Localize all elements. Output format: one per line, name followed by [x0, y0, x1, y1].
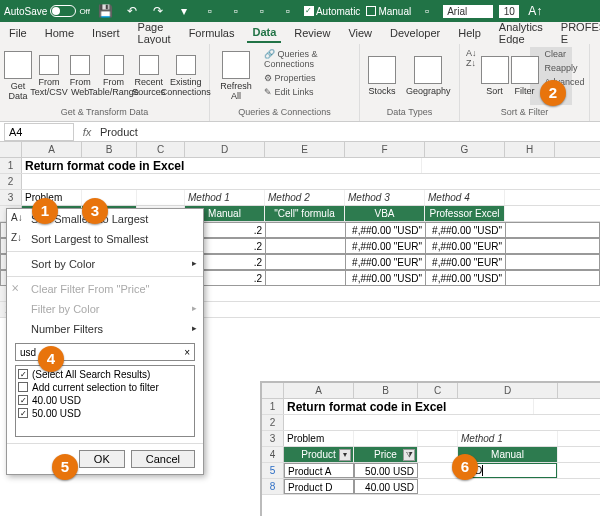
callout-badge-1: 1 [32, 198, 58, 224]
number-filters-item[interactable]: Number Filters▸ [7, 319, 203, 339]
ribbon-tabs: File Home Insert Page Layout Formulas Da… [0, 22, 600, 44]
tab-review[interactable]: Review [289, 24, 335, 42]
cell[interactable]: #,##0.00 "EUR" [346, 239, 426, 253]
col-header[interactable]: D [458, 383, 558, 398]
cell[interactable]: Problem [284, 431, 354, 446]
automatic-checkbox[interactable]: ✓Automatic [304, 6, 360, 17]
undo-icon[interactable]: ↶ [122, 4, 142, 18]
filter-list[interactable]: ✓(Select All Search Results) Add current… [15, 365, 195, 437]
cell[interactable]: "Cell" formula [265, 206, 345, 221]
formula-bar[interactable]: Product [96, 125, 600, 139]
col-header[interactable]: F [345, 142, 425, 157]
cell[interactable]: Product D [284, 479, 354, 494]
col-header[interactable]: B [82, 142, 137, 157]
cell[interactable]: #,##0.00 "EUR" [426, 255, 506, 269]
tab-developer[interactable]: Developer [385, 24, 445, 42]
geography-button[interactable]: Geography [402, 46, 455, 105]
ok-button[interactable]: OK [79, 450, 125, 468]
from-table-button[interactable]: From Table/Range [96, 46, 131, 105]
cell[interactable]: VBA [345, 206, 425, 221]
list-item[interactable]: ✓40.00 USD [18, 394, 192, 407]
properties-link[interactable]: ⚙ Properties [262, 72, 353, 84]
save-icon[interactable]: 💾 [96, 4, 116, 18]
name-box[interactable] [4, 123, 74, 141]
font-size-box[interactable]: 10 [499, 5, 519, 18]
tab-insert[interactable]: Insert [87, 24, 125, 42]
cell[interactable]: Product A [284, 463, 354, 478]
existing-conn-button[interactable]: Existing Connections [166, 46, 205, 105]
tab-file[interactable]: File [4, 24, 32, 42]
clear-icon: ⨯ [11, 282, 19, 293]
qat-icon[interactable]: ▫ [226, 4, 246, 18]
filter-color-item: Filter by Color▸ [7, 299, 203, 319]
redo-icon[interactable]: ↷ [148, 4, 168, 18]
cell[interactable]: #,##0.00 "EUR" [346, 255, 426, 269]
clear-filter-link[interactable]: Clear [543, 48, 587, 60]
group-label: Sort & Filter [464, 105, 585, 119]
reapply-link[interactable]: Reapply [543, 62, 587, 74]
list-item[interactable]: ✓50.00 USD [18, 407, 192, 420]
qat-icon[interactable]: ▫ [252, 4, 272, 18]
dropdown-icon[interactable]: ▾ [339, 449, 351, 461]
toggle-pill-icon [50, 5, 76, 17]
refresh-all-button[interactable]: Refresh All [214, 46, 258, 105]
queries-link[interactable]: 🔗 Queries & Connections [262, 48, 353, 70]
ribbon: Get Data From Text/CSV From Web From Tab… [0, 44, 600, 122]
cell[interactable]: Method 1 [458, 431, 558, 446]
edit-links-link[interactable]: ✎ Edit Links [262, 86, 353, 98]
font-grow-icon[interactable]: A↑ [525, 4, 545, 18]
clear-search-icon[interactable]: × [184, 347, 190, 358]
cell[interactable]: Method 4 [425, 190, 505, 205]
filter-button[interactable]: Filter [511, 46, 539, 105]
col-header[interactable]: C [418, 383, 458, 398]
header-price[interactable]: Price⧩ [354, 447, 418, 462]
tab-view[interactable]: View [343, 24, 377, 42]
get-data-button[interactable]: Get Data [4, 46, 32, 105]
cell[interactable] [266, 223, 346, 237]
cell[interactable]: Method 2 [265, 190, 345, 205]
cell[interactable]: #,##0.00 "USD" [426, 271, 506, 285]
qat-icon[interactable]: ▫ [417, 4, 437, 18]
stocks-button[interactable]: Stocks [364, 46, 400, 105]
from-csv-button[interactable]: From Text/CSV [34, 46, 64, 105]
cell[interactable]: Return format code in Excel [284, 399, 534, 414]
col-header[interactable]: B [354, 383, 418, 398]
group-label: Queries & Connections [214, 105, 355, 119]
cell[interactable]: #,##0.00 "EUR" [426, 239, 506, 253]
tab-home[interactable]: Home [40, 24, 79, 42]
sort-color-item[interactable]: Sort by Color▸ [7, 254, 203, 274]
header-product[interactable]: Product▾ [284, 447, 354, 462]
cell[interactable]: #,##0.00 "USD" [426, 223, 506, 237]
manual-checkbox[interactable]: Manual [366, 6, 411, 17]
cell[interactable]: Method 1 [185, 190, 265, 205]
cell[interactable]: Method 3 [345, 190, 425, 205]
recent-sources-button[interactable]: Recent Sources [133, 46, 164, 105]
cell[interactable]: #,##0.00 "USD" [346, 271, 426, 285]
col-header[interactable]: C [137, 142, 185, 157]
title-cell[interactable]: Return format code in Excel [22, 158, 422, 173]
autosave-toggle[interactable]: AutoSave Off [4, 5, 90, 17]
font-name-box[interactable]: Arial [443, 5, 493, 18]
tab-data[interactable]: Data [247, 23, 281, 43]
list-item[interactable]: Add current selection to filter [18, 381, 192, 394]
cell[interactable]: #,##0.00 "USD" [346, 223, 426, 237]
cell[interactable]: 40.00 USD [354, 479, 418, 494]
fx-icon[interactable]: fx [78, 126, 96, 138]
col-header[interactable]: E [265, 142, 345, 157]
col-header[interactable]: H [505, 142, 555, 157]
cell[interactable]: Professor Excel [425, 206, 505, 221]
tab-help[interactable]: Help [453, 24, 486, 42]
cell[interactable]: 50.00 USD [354, 463, 418, 478]
qat-icon[interactable]: ▫ [278, 4, 298, 18]
sort-button[interactable]: Sort [481, 46, 509, 105]
sort-desc-item[interactable]: Z↓Sort Largest to Smallest [7, 229, 203, 249]
col-header[interactable]: A [22, 142, 82, 157]
col-header[interactable]: G [425, 142, 505, 157]
filter-active-icon[interactable]: ⧩ [403, 449, 415, 461]
cancel-button[interactable]: Cancel [131, 450, 195, 468]
col-header[interactable]: A [284, 383, 354, 398]
tab-formulas[interactable]: Formulas [184, 24, 240, 42]
qat-icon[interactable]: ▾ [174, 4, 194, 18]
col-header[interactable]: D [185, 142, 265, 157]
qat-icon[interactable]: ▫ [200, 4, 220, 18]
